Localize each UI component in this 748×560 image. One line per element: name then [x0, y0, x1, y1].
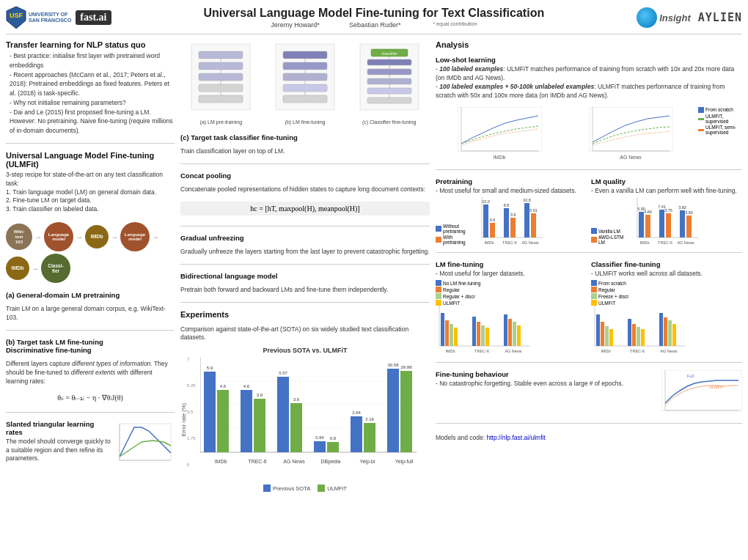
svg-rect-6: [199, 95, 243, 103]
right-column: Analysis Low-shot learning - 100 labeled…: [436, 40, 742, 554]
right-legend-lowshot: From scratch ULMFiT, supervised ULMFiT, …: [698, 107, 742, 135]
svg-text:4.60: 4.60: [644, 210, 652, 214]
target-title: (c) Target task classifier fine-tuning: [180, 133, 430, 141]
fastai-logo: fast.ai: [76, 10, 111, 25]
pretrain-legend-without-color: [436, 226, 441, 232]
y-ticks: 0 1.75 3.5 5.25 7: [187, 357, 196, 467]
svg-text:IMDb: IMDb: [601, 349, 610, 353]
chart-title: Previous SOTA vs. ULMFiT: [180, 347, 430, 354]
lmft-regular-label: Regular: [443, 287, 460, 292]
svg-rect-28: [367, 78, 411, 84]
lowshot-chart-agnews: AG News: [567, 107, 694, 160]
arch-c-svg: classifier: [356, 40, 422, 114]
svg-text:0.84: 0.84: [315, 435, 324, 440]
svg-rect-7: [199, 84, 243, 92]
transfer-list: - Best practice: initialise first layer …: [6, 51, 175, 136]
svg-rect-29: [367, 69, 411, 75]
svg-rect-18: [283, 73, 327, 81]
svg-rect-102: [659, 210, 664, 237]
legend-supervised-color: [698, 118, 704, 120]
pretrain-legend-without-label: Without pretraining: [443, 224, 476, 234]
pretraining-chart-area: Without pretraining With pretraining: [436, 197, 587, 245]
svg-text:5.9: 5.9: [207, 366, 213, 370]
svg-rect-85: [504, 208, 509, 237]
svg-text:TREC-6: TREC-6: [502, 240, 517, 245]
svg-text:IMDb: IMDb: [484, 240, 494, 245]
logos-left: USF UNIVERSITY OF SAN FRANCISCO fast.ai: [6, 6, 111, 29]
bidir-title: Bidirectional language model: [180, 272, 430, 280]
svg-text:4.6: 4.6: [243, 384, 250, 388]
analysis-title: Analysis: [436, 40, 742, 49]
chart-legend: Previous SOTA ULMFiT: [180, 485, 430, 492]
usf-logo: USF UNIVERSITY OF SAN FRANCISCO: [6, 6, 71, 29]
page-title: Universal Language Model Fine-tuning for…: [111, 7, 637, 20]
legend-fromscratch: From scratch: [698, 107, 742, 113]
legend-fromscratch-label: From scratch: [705, 107, 733, 112]
svg-rect-118: [454, 328, 458, 346]
svg-rect-145: [672, 324, 676, 346]
ulmfit-step-3: 3. Train classifier on labeled data.: [6, 205, 175, 214]
svg-rect-104: [666, 213, 671, 237]
svg-rect-45: [217, 390, 229, 452]
svg-text:AG News: AG News: [283, 459, 305, 464]
svg-rect-8: [199, 73, 243, 81]
chart-outer: Error rate (%) 0 1.75 3.5 5.25 7: [180, 357, 430, 482]
transfer-item-3: - Why not initialise remaining parameter…: [10, 98, 175, 108]
diag-label-a: (a) General-domain LM pretraining: [6, 291, 175, 299]
usf-shield-icon: USF: [6, 6, 26, 29]
arch-label-c: (c) Classifier fine-tuning: [348, 119, 430, 125]
svg-rect-135: [609, 329, 613, 346]
svg-text:AG News: AG News: [660, 349, 677, 353]
arch-label-b: (b) LM fine-tuning: [265, 119, 346, 125]
lowshot-agnews-svg: [589, 107, 673, 155]
arch-c: classifier: [348, 40, 430, 114]
svg-text:29.98: 29.98: [400, 365, 412, 369]
author2: Sebastian Ruder*: [349, 21, 401, 29]
divider-1: [6, 143, 175, 144]
svg-text:USF: USF: [10, 12, 23, 19]
svg-text:3.9: 3.9: [257, 393, 263, 397]
svg-rect-26: [367, 97, 411, 103]
pretrain-lmquality-row: Pretraining - Most useful for small and …: [436, 177, 742, 246]
experiments-desc: Comparison against state-of-the-art (SOT…: [180, 325, 430, 343]
models-code-url[interactable]: http://nlp.fast.ai/ulmfit: [486, 434, 545, 441]
svg-rect-134: [605, 326, 609, 346]
svg-text:Yelp-bi: Yelp-bi: [359, 459, 375, 465]
svg-text:Yelp-full: Yelp-full: [395, 459, 414, 465]
classft-legend-list: From scratch Regular Freeze + discr: [591, 280, 742, 306]
legend-supervised: ULMFiT, supervised: [698, 114, 742, 124]
lowshot-imdb-svg: [458, 107, 542, 155]
svg-rect-63: [351, 416, 362, 452]
svg-rect-16: [283, 95, 327, 103]
lmquality-title: LM quality: [591, 177, 742, 185]
classft-text: - ULMFiT works well across all datasets.: [591, 270, 742, 279]
arch-diagram-area: classifier: [180, 40, 430, 114]
lmft-noft: No LM fine-tuning: [436, 280, 480, 286]
ulmfit-step-1: 1. Train language model (LM) on general …: [6, 188, 175, 197]
svg-text:3.6: 3.6: [293, 397, 300, 402]
classft-ulmfit2: ULMFiT: [591, 300, 742, 306]
lmft-text: - Most useful for larger datasets.: [436, 270, 587, 279]
legend-prev-sota-box: [263, 485, 271, 492]
lowshot-text2: - 100 labeled examples + 50-100k unlabel…: [436, 83, 742, 100]
svg-rect-60: [327, 442, 339, 452]
svg-rect-142: [659, 313, 663, 346]
legend-ulmfit: ULMFiT: [318, 485, 347, 492]
svg-rect-27: [367, 88, 411, 94]
svg-rect-68: [387, 369, 399, 452]
lmft-regdiscr-color: [436, 293, 441, 299]
lmquality-legend: Vanilla LM AWD-LSTM LM: [591, 228, 631, 245]
lmft-regdiscr: Regular + discr: [436, 293, 480, 299]
imdb-label: IMDb: [494, 155, 506, 160]
svg-rect-20: [283, 51, 327, 59]
classft-scratch: From scratch: [591, 280, 742, 286]
legend-ulmfit-label: ULMFiT: [327, 485, 347, 492]
svg-text:TREC-6: TREC-6: [248, 459, 266, 464]
svg-text:IMDb: IMDb: [215, 459, 227, 464]
diag-lang-model-1: Languagemodel: [44, 222, 73, 251]
ulmfit-steps: 1. Train language model (LM) on general …: [6, 188, 175, 215]
svg-text:3.60: 3.60: [685, 210, 693, 215]
diag-desc-a: Train LM on a large general domain corpu…: [6, 305, 175, 323]
experiments-title: Experiments: [180, 310, 430, 319]
pretrain-legend-with-label: With pretraining: [443, 235, 476, 245]
